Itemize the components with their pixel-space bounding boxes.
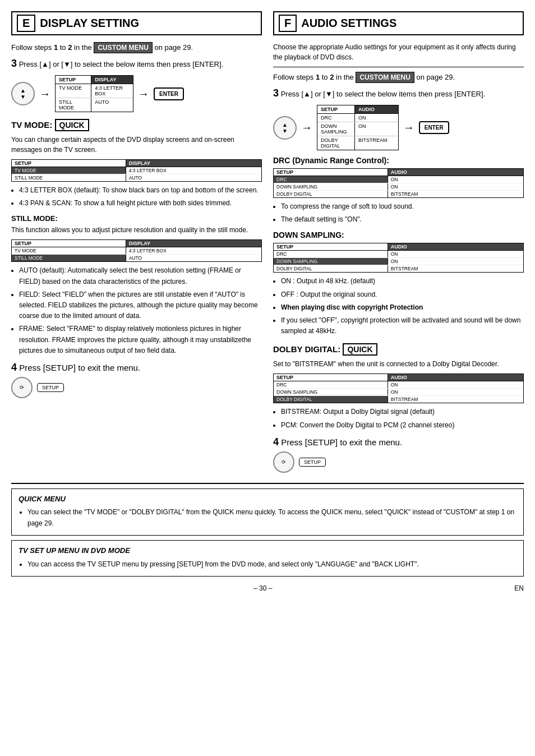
left-step4-number: 4 [11,362,17,373]
right-intro-prefix: Follow steps [273,73,316,81]
right-main-tab1: SETUP [317,105,355,113]
right-divider [273,67,524,67]
right-intro-suffix: in the [334,73,356,81]
right-intro-postfix: on page 29. [414,73,455,81]
drc-row1-label: DRC [274,176,388,183]
left-main-menu-header: SETUP DISPLAY [56,76,133,84]
ds-bullets: ON : Output in 48 kHz. (default) OFF : O… [281,276,524,336]
left-main-menu-table: SETUP DISPLAY TV MODE 4:3 LETTER BOX STI… [55,75,133,112]
tv-mode-title-text: TV MODE: [11,120,55,130]
dolby-row3-label: DOLBY DIGITAL [274,396,388,403]
tv-mode-row2-value: AUTO [126,174,261,181]
right-main-row-1: DRC ON [317,114,398,122]
dolby-bullet-2: PCM: Convert the Dolby Digital to PCM (2… [281,420,524,431]
dolby-row3-value: BITSTREAM [388,396,523,403]
right-main-menu-header: SETUP AUDIO [317,105,398,114]
right-setup-remote: ⟳ [273,451,294,473]
still-mode-row2: STILL MODE AUTO [12,255,261,261]
tv-mode-tab1: SETUP [12,160,126,167]
still-mode-bullet-1: AUTO (default): Automatically select the… [19,265,262,287]
right-column: F AUDIO SETTINGS Choose the appropriate … [273,11,524,477]
dolby-digital-title: DOLBY DIGITAL: QUICK [273,343,524,356]
drc-bullet-1: To compress the range of soft to loud so… [281,201,524,212]
quick-menu-item: You can select the "TV MODE" or "DOLBY D… [27,507,516,528]
still-mode-section: STILL MODE: This function allows you to … [11,214,262,356]
tv-setup-box: TV SET UP MENU IN DVD MODE You can acces… [11,540,524,577]
right-main-tab2: AUDIO [355,105,398,113]
tv-mode-row1: TV MODE 4:3 LETTER BOX [12,167,261,174]
tv-mode-tab2: DISPLAY [126,160,261,167]
tv-setup-list: You can access the TV SETUP menu by pres… [27,559,516,570]
drc-row1-value: ON [388,176,523,183]
dolby-table: SETUP AUDIO DRC ON DOWN SAMPLING ON DOLB… [273,374,524,403]
right-down-arrow-icon: ▼ [282,128,288,134]
left-section-letter: E [17,15,35,32]
dolby-row2: DOWN SAMPLING ON [274,389,523,396]
still-mode-bullet-3: FRAME: Select "FRAME" to display relativ… [19,324,262,356]
right-setup-remote-icon: ⟳ [282,459,286,465]
still-mode-desc: This function allows you to adjust pictu… [11,225,262,235]
left-section-title: DISPLAY SETTING [40,17,139,30]
right-section-header: F AUDIO SETTINGS [273,11,524,35]
ds-tab1: SETUP [274,243,388,250]
right-intro: Follow steps 1 to 2 in the CUSTOM MENU o… [273,72,524,83]
ds-tab2: AUDIO [388,243,523,250]
left-step4-text: Press [SETUP] to exit the menu. [19,363,140,372]
drc-row3-value: BITSTREAM [388,191,523,197]
right-remote-btn: ▲ ▼ [273,116,297,140]
left-section-header: E DISPLAY SETTING [11,11,262,35]
drc-bullets: To compress the range of soft to loud so… [281,201,524,225]
up-arrow-icon: ▲ [20,87,26,94]
left-main-row2-value: AUTO [91,98,133,112]
still-mode-row2-label: STILL MODE [12,255,126,261]
right-intro-desc: Choose the appropriate Audio settings fo… [273,42,524,62]
left-main-row-2: STILL MODE AUTO [56,98,133,112]
ds-row3: DOLBY DIGITAL BITSTREAM [274,265,523,272]
drc-row3: DOLBY DIGITAL BITSTREAM [274,191,523,197]
dolby-digital-desc: Set to "BITSTREAM" when the unit is conn… [273,359,524,369]
left-intro-postfix: on page 29. [153,43,193,52]
still-mode-bullets: AUTO (default): Automatically select the… [19,265,262,356]
right-main-row1-label: DRC [317,114,355,122]
left-main-row1-value: 4:3 LETTER BOX [91,84,133,98]
dolby-digital-section: DOLBY DIGITAL: QUICK Set to "BITSTREAM" … [273,343,524,430]
tv-setup-title-text: TV SET UP MENU IN DVD MODE [19,546,130,555]
drc-row2-label: DOWN SAMPLING [274,183,388,190]
right-section-letter: F [279,15,297,32]
right-right-arrow1-icon: → [301,121,312,134]
left-setup-row: ⟳ SETUP [11,377,262,398]
quick-menu-list: You can select the "TV MODE" or "DOLBY D… [27,507,516,528]
left-setup-box: SETUP [37,383,64,392]
left-step3-text: Press [▲] or [▼] to select the below ite… [19,60,224,68]
right-step3-text: Press [▲] or [▼] to select the below ite… [281,90,486,98]
right-section-title: AUDIO SETTINGS [301,17,396,30]
ds-row1: DRC ON [274,251,523,258]
right-custom-menu-box: CUSTOM MENU [356,72,414,83]
right-step3-number: 3 [273,87,279,99]
tv-mode-row2: STILL MODE AUTO [12,174,261,181]
right-main-row1-value: ON [355,114,398,122]
left-main-diagram: ▲ ▼ → SETUP DISPLAY TV MODE 4:3 LETTER B… [11,75,262,112]
tv-mode-title: TV MODE: QUICK [11,119,262,131]
ds-row2: DOWN SAMPLING ON [274,258,523,265]
setup-remote-icon: ⟳ [20,385,24,390]
ds-row3-label: DOLBY DIGITAL [274,265,388,272]
still-mode-table: SETUP DISPLAY TV MODE 4:3 LETTER BOX STI… [11,239,262,262]
footer-lang: EN [514,584,524,592]
ds-bullet-2: OFF : Output the original sound. [281,289,524,300]
drc-table-header: SETUP AUDIO [274,169,523,176]
left-main-tab1: SETUP [56,76,91,84]
down-sampling-table: SETUP AUDIO DRC ON DOWN SAMPLING ON DOLB… [273,243,524,273]
page-footer: – 30 – EN [11,582,524,594]
dolby-row1-label: DRC [274,381,388,388]
still-mode-tab1: SETUP [12,240,126,247]
dolby-bullet-1: BITSTREAM: Output a Dolby Digital signal… [281,407,524,417]
bottom-section: QUICK MENU You can select the "TV MODE" … [11,483,524,577]
tv-mode-bullet-2: 4:3 PAN & SCAN: To show a full height pi… [19,198,262,209]
quick-menu-title: QUICK MENU [19,494,516,505]
dolby-digital-quick-box: QUICK [343,343,377,356]
right-step4-label: 4 Press [SETUP] to exit the menu. [273,436,524,448]
right-main-row3-value: BITSTREAM [355,136,398,150]
dolby-row3: DOLBY DIGITAL BITSTREAM [274,396,523,403]
left-setup-remote: ⟳ [11,377,33,398]
